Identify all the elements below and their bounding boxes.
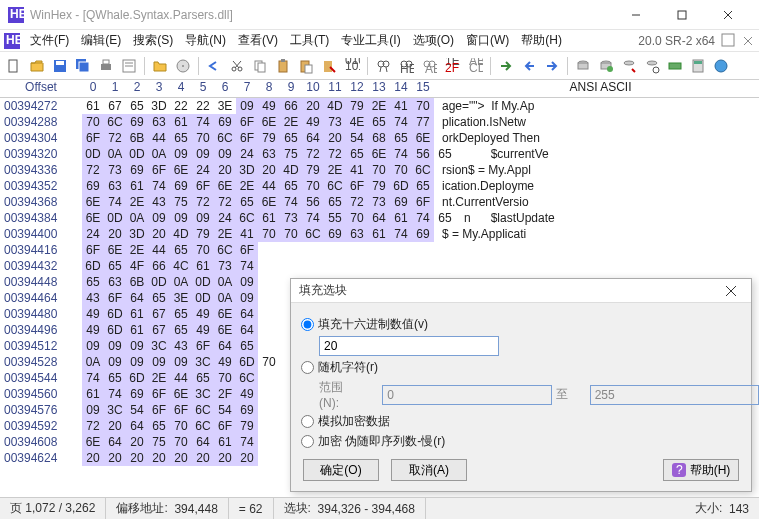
- ascii-cell[interactable]: [258, 242, 266, 258]
- byte-cell[interactable]: 6D: [104, 306, 126, 322]
- offset-cell[interactable]: 00394320: [0, 146, 78, 162]
- byte-cell[interactable]: 67: [148, 322, 170, 338]
- ascii-cell[interactable]: [258, 258, 266, 274]
- byte-cell[interactable]: 74: [192, 114, 214, 130]
- ascii-cell[interactable]: [258, 370, 266, 386]
- byte-cell[interactable]: 65: [148, 418, 170, 434]
- byte-cell[interactable]: 6E: [170, 386, 192, 402]
- byte-cell[interactable]: 20: [82, 450, 104, 466]
- byte-cell[interactable]: 20: [148, 226, 170, 242]
- offset-cell[interactable]: 00394528: [0, 354, 78, 370]
- byte-cell[interactable]: 2E: [148, 370, 170, 386]
- paste-write-icon[interactable]: [319, 56, 339, 76]
- byte-cell[interactable]: 4D: [170, 226, 192, 242]
- ascii-cell[interactable]: $ = My.Applicati: [434, 226, 526, 242]
- byte-cell[interactable]: 6D: [82, 258, 104, 274]
- byte-cell[interactable]: 6C: [104, 114, 126, 130]
- folder-icon[interactable]: [150, 56, 170, 76]
- ascii-cell[interactable]: age=""> If My.Ap: [434, 98, 534, 114]
- opt-hex[interactable]: 填充十六进制数值(v): [301, 316, 759, 333]
- byte-cell[interactable]: 09: [236, 290, 258, 306]
- byte-cell[interactable]: 0D: [126, 146, 148, 162]
- disk4-icon[interactable]: [642, 56, 662, 76]
- byte-cell[interactable]: 56: [412, 146, 434, 162]
- byte-cell[interactable]: 72: [324, 146, 346, 162]
- byte-cell[interactable]: 64: [126, 418, 148, 434]
- offset-cell[interactable]: 00394608: [0, 434, 78, 450]
- ascii-cell[interactable]: [258, 418, 266, 434]
- ascii-cell[interactable]: n $lastUpdate: [456, 210, 555, 226]
- offset-cell[interactable]: 00394368: [0, 194, 78, 210]
- byte-cell[interactable]: 20: [236, 450, 258, 466]
- byte-cell[interactable]: 6E: [214, 306, 236, 322]
- byte-cell[interactable]: 49: [192, 306, 214, 322]
- byte-cell[interactable]: 09: [148, 210, 170, 226]
- byte-cell[interactable]: 20: [302, 98, 324, 114]
- offset-cell[interactable]: 00394512: [0, 338, 78, 354]
- ascii-cell[interactable]: [258, 450, 266, 466]
- byte-cell[interactable]: 6C: [192, 418, 214, 434]
- byte-cell[interactable]: 6F: [170, 402, 192, 418]
- replace-text-icon[interactable]: ABCD: [465, 56, 485, 76]
- byte-cell[interactable]: 74: [148, 178, 170, 194]
- menu-search[interactable]: 搜索(S): [127, 30, 179, 51]
- offset-cell[interactable]: 00394448: [0, 274, 78, 290]
- byte-cell[interactable]: 6E: [82, 434, 104, 450]
- maximize-button[interactable]: [659, 0, 705, 30]
- byte-cell[interactable]: 44: [148, 242, 170, 258]
- ascii-cell[interactable]: [258, 434, 266, 450]
- byte-cell[interactable]: 6F: [236, 130, 258, 146]
- byte-cell[interactable]: 4C: [170, 258, 192, 274]
- ascii-cell[interactable]: plication.IsNetw: [434, 114, 526, 130]
- hex-row[interactable]: 003943846E0D0A090909246C6173745570646174…: [0, 210, 759, 226]
- byte-cell[interactable]: 77: [412, 114, 434, 130]
- ascii-cell[interactable]: [258, 306, 266, 322]
- new-icon[interactable]: [4, 56, 24, 76]
- byte-cell[interactable]: 3D: [126, 226, 148, 242]
- byte-cell[interactable]: 6D: [126, 370, 148, 386]
- byte-cell[interactable]: 6F: [346, 178, 368, 194]
- byte-cell[interactable]: 74: [390, 114, 412, 130]
- byte-cell[interactable]: 72: [82, 418, 104, 434]
- byte-cell[interactable]: 66: [280, 98, 302, 114]
- byte-cell[interactable]: 3D: [148, 98, 170, 114]
- menu-help[interactable]: 帮助(H): [515, 30, 568, 51]
- byte-cell[interactable]: 70: [280, 226, 302, 242]
- byte-cell[interactable]: 61: [192, 258, 214, 274]
- paste-icon[interactable]: [296, 56, 316, 76]
- byte-cell[interactable]: 70: [170, 418, 192, 434]
- byte-cell[interactable]: 6F: [82, 242, 104, 258]
- opt-enc[interactable]: 加密 伪随即序列数-慢(r): [301, 433, 759, 450]
- offset-cell[interactable]: 00394352: [0, 178, 78, 194]
- byte-cell[interactable]: 09: [236, 98, 258, 114]
- minimize-button[interactable]: [613, 0, 659, 30]
- menu-nav[interactable]: 导航(N): [179, 30, 232, 51]
- byte-cell[interactable]: 24: [236, 146, 258, 162]
- byte-cell[interactable]: 70: [346, 210, 368, 226]
- byte-cell[interactable]: 70: [214, 370, 236, 386]
- byte-cell[interactable]: 63: [258, 146, 280, 162]
- byte-cell[interactable]: 65: [280, 178, 302, 194]
- ok-button[interactable]: 确定(O): [303, 459, 379, 481]
- byte-cell[interactable]: 09: [170, 354, 192, 370]
- byte-cell[interactable]: 65: [434, 210, 456, 226]
- byte-cell[interactable]: 4E: [346, 114, 368, 130]
- byte-cell[interactable]: 0A: [126, 210, 148, 226]
- byte-cell[interactable]: 70: [390, 162, 412, 178]
- byte-cell[interactable]: 72: [214, 194, 236, 210]
- byte-cell[interactable]: 73: [368, 194, 390, 210]
- byte-cell[interactable]: 74: [390, 146, 412, 162]
- offset-cell[interactable]: 00394384: [0, 210, 78, 226]
- byte-cell[interactable]: 6E: [412, 130, 434, 146]
- byte-cell[interactable]: 69: [126, 114, 148, 130]
- offset-cell[interactable]: 00394272: [0, 98, 78, 114]
- col-header[interactable]: 11: [324, 80, 346, 97]
- byte-cell[interactable]: 74: [104, 386, 126, 402]
- byte-cell[interactable]: 65: [104, 258, 126, 274]
- byte-cell[interactable]: 69: [126, 162, 148, 178]
- byte-cell[interactable]: 65: [390, 130, 412, 146]
- byte-cell[interactable]: 6B: [126, 130, 148, 146]
- byte-cell[interactable]: 64: [236, 322, 258, 338]
- byte-cell[interactable]: 64: [214, 338, 236, 354]
- byte-cell[interactable]: 75: [170, 194, 192, 210]
